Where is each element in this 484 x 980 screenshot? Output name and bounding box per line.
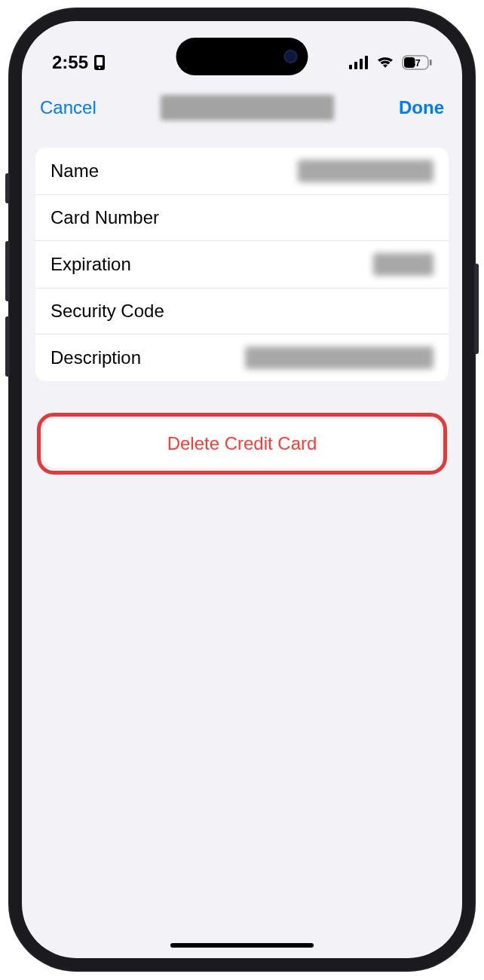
wifi-icon (375, 55, 395, 70)
home-indicator[interactable] (170, 943, 314, 948)
card-number-row[interactable]: Card Number (35, 195, 449, 241)
expiration-row[interactable]: Expiration (35, 241, 449, 289)
nav-bar: Cancel Done (22, 81, 462, 134)
card-number-label: Card Number (51, 207, 159, 228)
security-code-row[interactable]: Security Code (35, 289, 449, 334)
status-left: 2:55 (52, 52, 106, 73)
page-title-redacted (161, 95, 334, 121)
svg-text:47: 47 (410, 58, 421, 69)
description-label: Description (51, 347, 141, 368)
screen: 2:55 47 Cancel Done (22, 21, 462, 958)
status-time: 2:55 (52, 52, 88, 73)
volume-down (5, 316, 10, 377)
content-area: Name Card Number Expiration Security Cod… (22, 134, 462, 488)
mute-switch (5, 173, 10, 203)
svg-point-2 (99, 67, 101, 69)
svg-rect-6 (365, 56, 368, 69)
cellular-signal-icon (349, 56, 369, 69)
expiration-label: Expiration (51, 254, 131, 275)
description-value-redacted (245, 347, 433, 369)
svg-rect-9 (430, 60, 432, 66)
svg-rect-5 (360, 59, 363, 69)
name-value-redacted (298, 160, 433, 182)
status-right: 47 (349, 55, 432, 70)
delete-section: Delete Credit Card (35, 413, 449, 475)
front-camera (284, 50, 298, 63)
security-code-label: Security Code (51, 301, 164, 322)
battery-icon: 47 (402, 55, 432, 70)
dynamic-island (176, 38, 308, 75)
svg-rect-3 (349, 65, 352, 69)
name-label: Name (51, 160, 99, 182)
cancel-button[interactable]: Cancel (40, 97, 96, 118)
orientation-lock-icon (93, 54, 106, 71)
volume-up (5, 241, 10, 301)
description-row[interactable]: Description (35, 334, 449, 381)
delete-highlight-annotation: Delete Credit Card (37, 413, 447, 475)
svg-rect-4 (354, 62, 357, 69)
done-button[interactable]: Done (399, 97, 444, 118)
power-button (474, 264, 479, 354)
name-row[interactable]: Name (35, 148, 449, 195)
delete-credit-card-button[interactable]: Delete Credit Card (44, 420, 440, 468)
svg-rect-1 (96, 57, 103, 66)
card-fields-group: Name Card Number Expiration Security Cod… (35, 148, 449, 381)
expiration-value-redacted (373, 253, 433, 276)
phone-frame: 2:55 47 Cancel Done (8, 8, 476, 972)
